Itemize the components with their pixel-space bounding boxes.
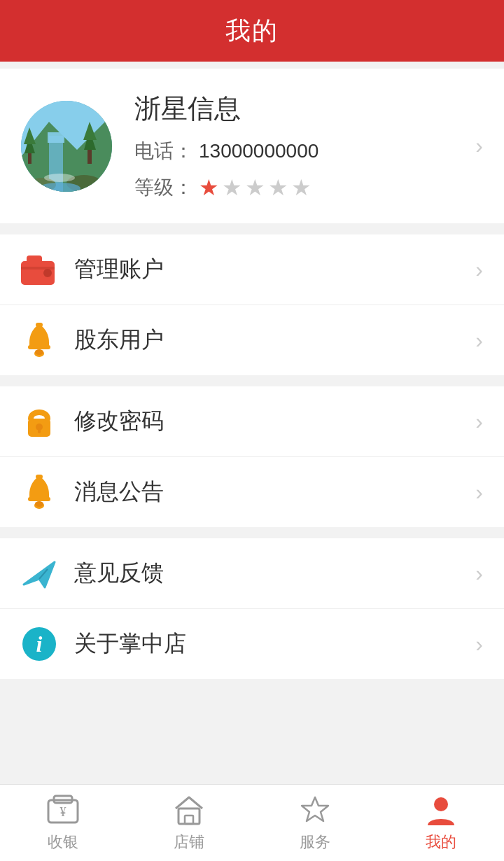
star-3: ★ <box>245 174 265 201</box>
shareholder-label: 股东用户 <box>74 325 475 356</box>
level-label: 等级： <box>134 174 193 201</box>
svg-point-39 <box>434 797 448 811</box>
menu-item-manage-account[interactable]: 管理账户 › <box>0 234 504 304</box>
lock-icon <box>21 403 57 440</box>
manage-account-chevron-icon: › <box>475 257 483 283</box>
manage-account-label: 管理账户 <box>74 254 475 285</box>
profile-info: 浙星信息 电话： 13000000000 等级： ★ ★ ★ ★ ★ <box>134 91 483 201</box>
header: 我的 <box>0 0 504 62</box>
service-icon <box>298 794 332 827</box>
mine-icon <box>424 794 458 827</box>
bell-icon <box>21 322 57 358</box>
profile-phone-row: 电话： 13000000000 <box>134 138 483 164</box>
svg-rect-25 <box>28 497 50 501</box>
profile-section[interactable]: 浙星信息 电话： 13000000000 等级： ★ ★ ★ ★ ★ › <box>0 69 504 223</box>
nav-item-service[interactable]: 服务 <box>252 785 378 861</box>
feedback-chevron-icon: › <box>475 561 483 587</box>
menu-item-about[interactable]: i 关于掌中店 › <box>0 609 504 679</box>
info-icon: i <box>21 626 57 662</box>
svg-rect-26 <box>36 475 43 479</box>
shareholder-chevron-icon: › <box>475 328 483 354</box>
svg-rect-16 <box>21 267 55 270</box>
svg-rect-18 <box>28 345 50 349</box>
svg-rect-15 <box>27 255 42 264</box>
menu-item-feedback[interactable]: 意见反馈 › <box>0 538 504 608</box>
nav-item-mine[interactable]: 我的 <box>378 785 504 861</box>
star-1: ★ <box>199 174 219 201</box>
profile-level-row: 等级： ★ ★ ★ ★ ★ <box>134 174 483 201</box>
divider-2 <box>0 375 504 386</box>
cashier-nav-label: 收银 <box>48 832 78 853</box>
nav-item-cashier[interactable]: ¥ 收银 <box>0 785 126 861</box>
menu-item-change-password[interactable]: 修改密码 › <box>0 386 504 456</box>
star-2: ★ <box>222 174 242 201</box>
about-chevron-icon: › <box>475 631 483 657</box>
svg-rect-24 <box>38 428 41 433</box>
svg-point-17 <box>43 269 52 277</box>
bottom-nav: ¥ 收银 店铺 服务 我的 <box>0 784 504 861</box>
menu-section-3: 意见反馈 › i 关于掌中店 › <box>0 538 504 679</box>
menu-item-notice[interactable]: 消息公告 › <box>0 457 504 527</box>
store-nav-label: 店铺 <box>174 832 204 853</box>
svg-point-7 <box>44 174 75 182</box>
content-spacer <box>0 679 504 784</box>
notice-chevron-icon: › <box>475 479 483 505</box>
avatar <box>21 101 112 192</box>
profile-name: 浙星信息 <box>134 91 483 127</box>
star-4: ★ <box>268 174 288 201</box>
notice-label: 消息公告 <box>74 477 475 507</box>
svg-point-21 <box>35 349 43 355</box>
svg-rect-19 <box>36 323 43 327</box>
svg-text:i: i <box>36 631 43 657</box>
star-5: ★ <box>291 174 312 201</box>
change-password-chevron-icon: › <box>475 409 483 435</box>
wallet-icon <box>21 251 57 288</box>
menu-item-shareholder[interactable]: 股东用户 › <box>0 305 504 375</box>
divider-1 <box>0 223 504 234</box>
plane-icon <box>21 555 57 592</box>
svg-rect-38 <box>185 816 193 824</box>
divider-3 <box>0 527 504 538</box>
stars: ★ ★ ★ ★ ★ <box>199 174 312 201</box>
change-password-label: 修改密码 <box>74 406 475 437</box>
bell-icon-2 <box>21 474 57 510</box>
nav-item-store[interactable]: 店铺 <box>126 785 252 861</box>
profile-chevron-icon: › <box>475 133 483 159</box>
about-label: 关于掌中店 <box>74 629 475 659</box>
feedback-label: 意见反馈 <box>74 558 475 589</box>
svg-point-28 <box>35 501 43 507</box>
svg-text:¥: ¥ <box>60 805 66 819</box>
cashier-icon: ¥ <box>46 794 80 827</box>
svg-rect-3 <box>48 132 64 143</box>
store-icon <box>172 794 206 827</box>
mine-nav-label: 我的 <box>426 832 456 853</box>
phone-label: 电话： <box>134 138 193 164</box>
page-title: 我的 <box>225 14 279 48</box>
menu-section-2: 修改密码 › 消息公告 › <box>0 386 504 527</box>
phone-value: 13000000000 <box>199 140 318 162</box>
menu-section-1: 管理账户 › 股东用户 › <box>0 234 504 375</box>
service-nav-label: 服务 <box>300 832 330 853</box>
